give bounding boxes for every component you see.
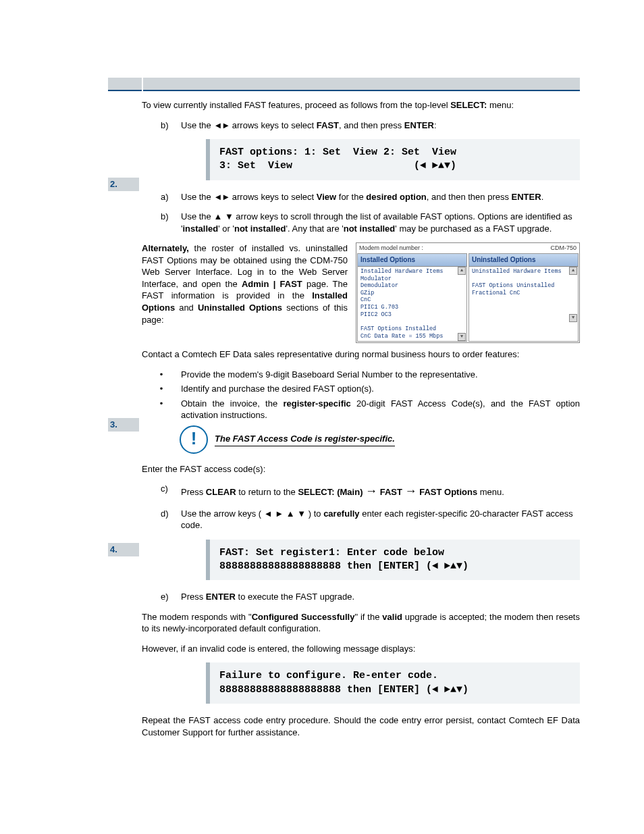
step3-bullet-1: •Provide the modem's 9-digit Baseboard S… xyxy=(142,369,580,381)
step2-b: b) Use the ◄► arrows keys to select FAST… xyxy=(142,120,580,132)
step4-intro: Enter the FAST access code(s): xyxy=(142,463,580,475)
step-number-2: 2. xyxy=(108,178,139,191)
note-text: The FAST Access Code is register-specifi… xyxy=(215,433,395,447)
uninstalled-options-body: ▲ ▼ Uninstalled Hardware Items FAST Opti… xyxy=(469,267,578,322)
installed-options-body: ▲ ▼ Installed Hardware Items Modulator D… xyxy=(358,267,466,341)
lcd-display-1: FAST options: 1: Set View 2: Set View 3:… xyxy=(206,139,580,180)
important-note: ! The FAST Access Code is register-speci… xyxy=(180,425,580,454)
step3-bullet-2: •Identify and purchase the desired FAST … xyxy=(142,383,580,395)
step4-response-fail-intro: However, if an invalid code is entered, … xyxy=(142,643,580,655)
step4-e: e) Press ENTER to execute the FAST upgra… xyxy=(142,591,580,603)
step-number-4: 4. xyxy=(108,543,139,556)
step4-outro: Repeat the FAST access code entry proced… xyxy=(142,714,580,738)
step2-a2: a) Use the ◄► arrows keys to select View… xyxy=(142,191,580,203)
step2-intro: To view currently installed FAST feature… xyxy=(142,99,580,111)
lcd-display-3: Failure to configure. Re-enter code. 888… xyxy=(206,662,580,704)
installed-options-header: Installed Options xyxy=(358,254,466,267)
uninstalled-options-header: Uninstalled Options xyxy=(469,254,578,267)
section-header-bar xyxy=(108,78,580,91)
web-interface-screenshot: Modem model number : CDM-750 Installed O… xyxy=(356,242,580,343)
page-content: 2. To view currently installed FAST feat… xyxy=(142,91,580,738)
step4-d: d) Use the arrow keys ( ◄ ► ▲ ▼ ) to car… xyxy=(142,508,580,531)
step3-intro: Contact a Comtech EF Data sales represen… xyxy=(142,348,580,361)
step2-b2: b) Use the ▲ ▼ arrow keys to scroll thro… xyxy=(142,211,580,234)
step4-c: c) Press CLEAR to return to the SELECT: … xyxy=(142,483,580,499)
alert-icon: ! xyxy=(180,425,208,454)
step3-bullet-3: • Obtain the invoice, the register-speci… xyxy=(142,398,580,421)
step4-response-success: The modem responds with "Configured Succ… xyxy=(142,611,580,635)
lcd-display-2: FAST: Set register1: Enter code below 88… xyxy=(206,540,580,581)
step-number-3: 3. xyxy=(108,418,139,432)
